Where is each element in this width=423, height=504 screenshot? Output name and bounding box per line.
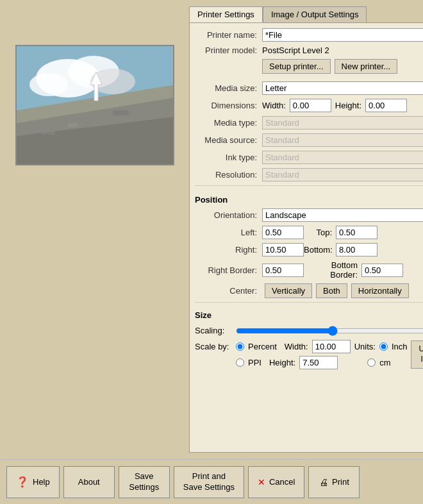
media-source-row: Media source: Standard [195, 133, 423, 147]
ink-type-label: Ink type: [195, 153, 262, 162]
top-label: Top: [304, 228, 336, 237]
cancel-icon: ✕ [258, 477, 265, 487]
left-label: Left: [195, 228, 262, 237]
both-button[interactable]: Both [316, 283, 347, 298]
orientation-label: Orientation: [195, 210, 262, 220]
tabs: Printer Settings Image / Output Settings [189, 6, 423, 23]
save-settings-button[interactable]: Save Settings [119, 466, 170, 498]
right-border-label: Right Border: [195, 265, 262, 275]
media-source-label: Media source: [195, 135, 262, 145]
media-size-select[interactable]: Letter [262, 81, 423, 95]
resolution-row: Resolution: Standard [195, 168, 423, 181]
borders-row: Right Border: Bottom Border: [195, 260, 423, 280]
printer-model-label: Printer model: [195, 46, 262, 55]
position-header: Position [195, 195, 423, 205]
orientation-select[interactable]: Landscape [262, 208, 423, 222]
left-input[interactable] [262, 226, 304, 239]
setup-printer-button[interactable]: Setup printer... [262, 59, 331, 74]
printer-name-label: Printer name: [195, 30, 262, 40]
printer-name-select[interactable]: *File [262, 28, 423, 42]
svg-point-3 [29, 73, 68, 96]
print-icon: 🖨 [319, 477, 328, 487]
percent-label: Percent [248, 342, 277, 351]
right-label: Right: [195, 245, 262, 255]
height-input[interactable] [365, 99, 407, 112]
svg-rect-8 [42, 130, 55, 135]
media-size-select-wrapper: Letter [262, 81, 423, 95]
scale-by-row: Scale by: Percent Width: Units: Inch PPI [195, 340, 423, 369]
image-preview [15, 45, 174, 165]
resolution-select[interactable]: Standard [262, 168, 423, 181]
inch-radio[interactable] [379, 342, 388, 351]
cm-radio[interactable] [367, 358, 376, 367]
printer-name-control: *File [262, 28, 423, 42]
scaling-row: Scaling: ▲ ▼ [195, 324, 423, 337]
media-source-select[interactable]: Standard [262, 133, 423, 147]
right-bottom-row: Right: Bottom: [195, 243, 423, 256]
help-icon: ❓ [16, 476, 29, 488]
bottom-bar: ❓ Help About Save Settings Print and Sav… [0, 459, 423, 504]
bottom-border-input[interactable] [361, 264, 403, 277]
width-label2: Width: [285, 342, 308, 351]
horizontally-button[interactable]: Horizontally [351, 283, 409, 298]
print-save-button[interactable]: Print and Save Settings [174, 466, 244, 498]
dimensions-row: Dimensions: Width: Height: [195, 99, 423, 112]
left-panel [6, 6, 183, 453]
cancel-button[interactable]: ✕ Cancel [248, 466, 304, 498]
right-border-input[interactable] [262, 264, 304, 277]
media-type-label: Media type: [195, 118, 262, 128]
scaling-label: Scaling: [195, 326, 232, 335]
ppi-label: PPI [248, 358, 261, 367]
scale-by-label: Scale by: [195, 342, 232, 351]
center-row: Center: Vertically Both Horizontally [195, 283, 423, 298]
scaling-slider[interactable] [236, 327, 423, 335]
cm-label: cm [379, 358, 390, 367]
position-section: Position Orientation: Landscape Left: [195, 185, 423, 298]
bottom-border-label: Bottom Border: [304, 260, 361, 280]
ppi-radio[interactable] [236, 358, 244, 367]
media-source-select-wrapper: Standard [262, 133, 423, 147]
print-button[interactable]: 🖨 Print [308, 466, 360, 498]
size-section: Size Scaling: ▲ ▼ [195, 302, 423, 369]
ink-type-row: Ink type: Standard [195, 151, 423, 164]
right-panel: Printer Settings Image / Output Settings… [189, 6, 423, 453]
scale-width-input[interactable] [312, 340, 351, 353]
new-printer-button[interactable]: New printer... [335, 59, 398, 74]
width-input[interactable] [290, 99, 331, 112]
scale-height-input[interactable] [299, 356, 338, 369]
resolution-select-wrapper: Standard [262, 168, 423, 181]
orientation-select-wrapper: Landscape [262, 208, 423, 222]
svg-rect-9 [68, 123, 78, 127]
vertically-button[interactable]: Vertically [265, 283, 312, 298]
about-label: About [78, 477, 100, 487]
printer-buttons-row: Setup printer... New printer... [195, 59, 423, 78]
tab-image-output-settings[interactable]: Image / Output Settings [263, 6, 367, 22]
center-label: Center: [195, 286, 262, 296]
bottom-input[interactable] [336, 243, 377, 256]
ink-type-select[interactable]: Standard [262, 151, 423, 164]
print-label: Print [332, 477, 349, 487]
top-input[interactable] [336, 226, 377, 239]
height-label: Height: [335, 101, 361, 110]
printer-model-row: Printer model: PostScript Level 2 [195, 46, 423, 55]
cancel-label: Cancel [269, 477, 295, 487]
orientation-row: Orientation: Landscape [195, 208, 423, 222]
printer-model-value: PostScript Level 2 [262, 46, 423, 55]
size-header: Size [195, 310, 423, 320]
printer-name-select-wrapper: *File [262, 28, 423, 42]
help-label: Help [33, 477, 50, 487]
save-settings-label: Save Settings [129, 471, 159, 493]
height-label2: Height: [269, 358, 295, 367]
width-label: Width: [262, 101, 286, 110]
about-button[interactable]: About [63, 466, 115, 498]
right-input[interactable] [262, 243, 304, 256]
use-original-button[interactable]: Use Original Image Size [411, 340, 423, 369]
media-type-row: Media type: Standard [195, 116, 423, 130]
resolution-label: Resolution: [195, 170, 262, 180]
help-button[interactable]: ❓ Help [6, 466, 60, 498]
percent-radio[interactable] [236, 342, 244, 351]
ink-type-select-wrapper: Standard [262, 151, 423, 164]
tab-printer-settings[interactable]: Printer Settings [189, 6, 263, 22]
media-type-select[interactable]: Standard [262, 116, 423, 130]
dimensions-label: Dimensions: [195, 101, 262, 110]
